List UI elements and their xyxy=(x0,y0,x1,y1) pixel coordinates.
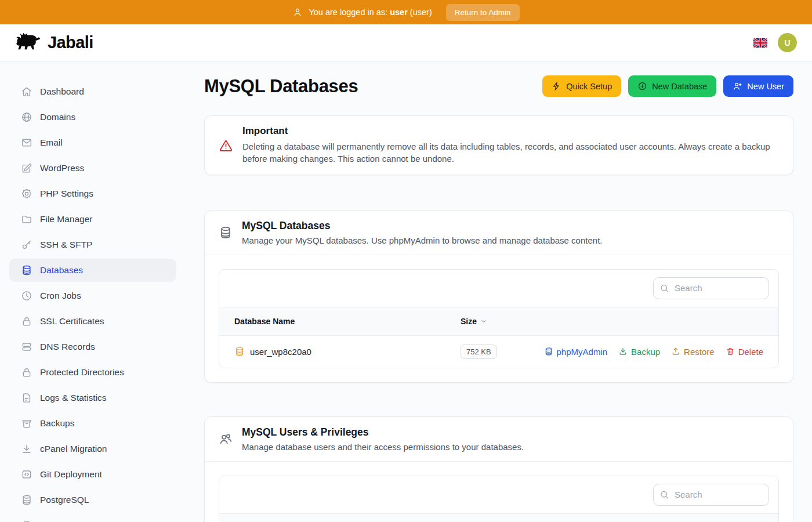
users-section-subtitle: Manage database users and their access p… xyxy=(242,442,524,452)
column-database-name: Database Name xyxy=(219,317,461,326)
sidebar-item-label: File Manager xyxy=(40,214,92,224)
download-icon xyxy=(618,347,628,356)
sidebar-nav: DashboardDomainsEmailWordPressPHP Settin… xyxy=(0,61,186,522)
page-actions: Quick Setup New Database New User xyxy=(542,75,793,97)
language-flag-icon[interactable] xyxy=(753,38,767,48)
database-name-cell: user_wp8c20a0 xyxy=(219,346,461,357)
new-database-button[interactable]: New Database xyxy=(628,75,716,97)
chevron-down-icon xyxy=(480,317,488,325)
delete-action-link[interactable]: Delete xyxy=(726,347,763,357)
sidebar-item-git-deployment[interactable]: Git Deployment xyxy=(9,463,176,486)
lightning-icon xyxy=(552,81,561,91)
user-plus-icon xyxy=(733,81,742,91)
sidebar-item-label: Databases xyxy=(40,265,83,276)
brand-name: Jabali xyxy=(48,33,93,52)
database-name: user_wp8c20a0 xyxy=(250,347,311,357)
sidebar-item-email[interactable]: Email xyxy=(9,131,176,154)
impersonated-username: user xyxy=(390,8,408,17)
sidebar-item-postgresql[interactable]: PostgreSQL xyxy=(9,488,176,512)
databases-table-header: Database Name Size xyxy=(219,307,778,336)
lock-icon xyxy=(21,367,32,378)
sidebar-item-ssh-sftp[interactable]: SSH & SFTP xyxy=(9,233,176,256)
return-to-admin-button[interactable]: Return to Admin xyxy=(446,4,520,21)
sidebar-item-cron-jobs[interactable]: Cron Jobs xyxy=(9,284,176,307)
database-icon xyxy=(234,346,245,357)
sidebar-item-dashboard[interactable]: Dashboard xyxy=(9,80,176,103)
database-icon xyxy=(21,494,32,506)
restore-action-link[interactable]: Restore xyxy=(671,347,715,357)
sidebar-item-logs-statistics[interactable]: Logs & Statistics xyxy=(9,386,176,409)
sidebar-item-label: Cron Jobs xyxy=(40,291,81,301)
impersonation-topbar: You are logged in as: user (user) Return… xyxy=(0,0,812,24)
page-title: MySQL Databases xyxy=(204,76,358,97)
databases-search-input[interactable] xyxy=(653,277,769,299)
database-icon xyxy=(544,347,553,356)
app-header: Jabali U xyxy=(0,24,812,61)
users-search-input[interactable] xyxy=(653,484,769,506)
databases-section-title: MySQL Databases xyxy=(242,220,602,232)
sidebar-item-label: PHP Settings xyxy=(40,188,93,199)
plus-circle-icon xyxy=(637,81,647,91)
row-actions: phpMyAdminBackupRestoreDelete xyxy=(544,347,763,357)
sidebar-item-protected-directories[interactable]: Protected Directories xyxy=(9,361,176,384)
backup-action-link[interactable]: Backup xyxy=(618,347,660,357)
server-icon xyxy=(21,341,32,353)
database-table-row: user_wp8c20a0752 KBphpMyAdminBackupResto… xyxy=(219,336,778,368)
quick-setup-button[interactable]: Quick Setup xyxy=(542,75,621,97)
databases-table-card: Database Name Size user_wp8c20a0752 KBph… xyxy=(219,269,779,368)
sidebar-item-dns-records[interactable]: DNS Records xyxy=(9,335,176,358)
sidebar-item-backups[interactable]: Backups xyxy=(9,412,176,435)
sidebar-item-domains[interactable]: Domains xyxy=(9,106,176,129)
sidebar-item-label: cPanel Migration xyxy=(40,444,107,454)
sidebar-item-label: PostgreSQL xyxy=(40,495,89,505)
circle-icon xyxy=(21,520,32,522)
sidebar-item-label: DNS Records xyxy=(40,342,95,352)
document-icon xyxy=(21,392,32,404)
users-section-card: MySQL Users & Privileges Manage database… xyxy=(204,416,793,522)
databases-section-subtitle: Manage your MySQL databases. Use phpMyAd… xyxy=(242,235,602,245)
sidebar-item-label: Git Deployment xyxy=(40,469,102,480)
download-tray-icon xyxy=(21,443,32,455)
users-section-title: MySQL Users & Privileges xyxy=(242,426,524,438)
sidebar-item-file-manager[interactable]: File Manager xyxy=(9,208,176,231)
lock-icon xyxy=(21,316,32,327)
phpmyadmin-action-link[interactable]: phpMyAdmin xyxy=(544,347,608,357)
databases-table-body: user_wp8c20a0752 KBphpMyAdminBackupResto… xyxy=(219,336,778,368)
size-badge: 752 KB xyxy=(461,345,497,359)
sidebar-item-php-settings[interactable]: PHP Settings xyxy=(9,182,176,205)
impersonated-role: (user) xyxy=(410,8,432,17)
users-table-card: User Database Privileges xyxy=(219,476,779,522)
main-content: MySQL Databases Quick Setup New Database… xyxy=(186,61,812,522)
sidebar-item-label: Backups xyxy=(40,418,74,429)
home-icon xyxy=(21,86,32,97)
key-icon xyxy=(21,239,32,251)
sidebar-item-label: Domains xyxy=(40,112,75,122)
database-size-cell: 752 KB xyxy=(461,345,497,359)
gear-icon xyxy=(21,188,32,200)
column-size[interactable]: Size xyxy=(461,317,488,326)
sidebar-item-wordpress[interactable]: WordPress xyxy=(9,157,176,180)
clock-icon xyxy=(21,290,32,302)
sidebar-item-item[interactable] xyxy=(9,514,176,522)
sidebar-item-cpanel-migration[interactable]: cPanel Migration xyxy=(9,437,176,461)
sidebar-item-label: Email xyxy=(40,137,63,148)
database-icon xyxy=(21,264,32,276)
warning-card: Important Deleting a database will perma… xyxy=(204,115,793,175)
brand-logo[interactable]: Jabali xyxy=(15,32,93,54)
upload-icon xyxy=(671,347,680,356)
folder-icon xyxy=(21,213,32,225)
sidebar-item-label: WordPress xyxy=(40,163,84,173)
database-section-icon xyxy=(219,226,233,240)
user-avatar[interactable]: U xyxy=(778,33,797,52)
globe-icon xyxy=(21,111,32,123)
sidebar-item-databases[interactable]: Databases xyxy=(9,259,176,282)
new-user-button[interactable]: New User xyxy=(723,75,793,97)
sidebar-item-label: Protected Directories xyxy=(40,367,124,378)
person-icon xyxy=(292,7,303,17)
boar-logo-icon xyxy=(15,32,43,54)
sidebar-item-label: Logs & Statistics xyxy=(40,393,107,403)
warning-title: Important xyxy=(242,125,779,137)
users-table-header: User Database Privileges xyxy=(219,513,778,522)
databases-section-card: MySQL Databases Manage your MySQL databa… xyxy=(204,210,793,383)
sidebar-item-ssl-certificates[interactable]: SSL Certificates xyxy=(9,310,176,333)
